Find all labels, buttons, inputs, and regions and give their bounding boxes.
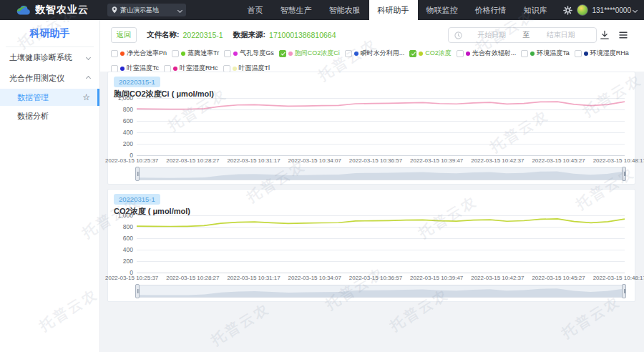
legend-label: 环境温度Ta — [537, 49, 570, 58]
x-axis-tick: 2022-03-15 10:48:17 — [593, 275, 644, 281]
legend-label: CO2浓度 — [425, 49, 452, 58]
x-axis-labels: 2022-03-15 10:25:372022-03-15 10:28:2720… — [105, 275, 644, 281]
x-axis-tick: 2022-03-15 10:36:57 — [349, 275, 402, 281]
checkbox-icon[interactable] — [457, 50, 464, 57]
checkbox-icon[interactable] — [345, 50, 352, 57]
series-color-dot — [181, 52, 185, 56]
datazoom-handle-right[interactable] — [622, 284, 626, 298]
legend-item[interactable]: 光合有效辐射... — [457, 49, 517, 58]
legend-label: 瞬时水分利用... — [361, 49, 405, 58]
x-axis-tick: 2022-03-15 10:42:37 — [471, 157, 524, 164]
chevron-down-icon — [86, 55, 91, 60]
app-logo: 数智农业云 — [16, 4, 89, 16]
date-separator: 至 — [522, 30, 532, 40]
x-axis-tick: 2022-03-15 10:39:47 — [410, 275, 463, 281]
checkbox-icon[interactable] — [224, 50, 231, 57]
checkbox-checked-icon[interactable] — [409, 50, 416, 57]
x-axis-tick: 2022-03-15 10:25:37 — [105, 275, 158, 281]
nav-tab-1[interactable]: 首页 — [239, 0, 272, 20]
series-color-dot — [466, 52, 470, 56]
y-axis-tick: 1,000 — [118, 94, 133, 102]
list-view-button[interactable] — [618, 30, 628, 40]
sidebar-group-soil-diagnosis[interactable]: 土壤健康诊断系统 — [0, 47, 99, 68]
legend-item[interactable]: 气孔导度Gs — [224, 49, 274, 58]
x-axis-tick: 2022-03-15 10:28:27 — [166, 157, 219, 164]
sidebar: 科研助手 土壤健康诊断系统 光合作用测定仪 数据管理 ☆ 数据分析 — [0, 20, 100, 352]
x-axis-tick: 2022-03-15 10:34:07 — [288, 157, 341, 164]
datazoom-shadow — [137, 285, 624, 297]
legend-item[interactable]: 蒸腾速率Tr — [172, 49, 219, 58]
sidebar-group-label: 光合作用测定仪 — [9, 73, 64, 84]
main-content: 返回 文件名称: 20220315-1 数据来源: 17100013868106… — [100, 20, 644, 352]
nav-tab-2[interactable]: 智慧生产 — [272, 0, 321, 20]
sidebar-title: 科研助手 — [0, 20, 99, 47]
file-name-value: 20220315-1 — [183, 31, 223, 39]
series-color-dot — [354, 52, 358, 56]
legend-item[interactable]: 瞬时水分利用... — [345, 49, 405, 58]
datazoom-handle-left[interactable] — [135, 284, 140, 298]
sidebar-group-photosynthesis-meter[interactable]: 光合作用测定仪 — [0, 68, 99, 89]
chart-card-cell-co2: 20220315-1 胞间CO2浓度Ci ( μmol/mol) 1,00080… — [107, 72, 635, 185]
checkbox-icon[interactable] — [111, 65, 118, 72]
date-range-picker[interactable]: 开始日期 至 结束日期 — [448, 27, 597, 43]
checkbox-icon[interactable] — [223, 65, 230, 72]
settings-button[interactable] — [563, 6, 572, 15]
user-menu-chevron-icon[interactable] — [633, 7, 638, 12]
y-axis-tick: 400 — [123, 246, 133, 253]
sidebar-item-data-analysis[interactable]: 数据分析 — [0, 106, 99, 127]
legend-item[interactable]: 胞间CO2浓度Ci — [279, 49, 340, 58]
datazoom-shadow — [137, 168, 624, 180]
checkbox-icon[interactable] — [172, 50, 179, 57]
y-axis-tick: 600 — [123, 235, 133, 242]
legend-item[interactable]: 环境温度Ta — [521, 49, 570, 58]
nav-tab-3[interactable]: 智能农服 — [321, 0, 369, 20]
checkbox-icon[interactable] — [575, 50, 582, 57]
location-value: 萧山演示基地 — [120, 6, 175, 15]
nav-tab-4[interactable]: 科研助手 — [369, 0, 418, 20]
checkbox-checked-icon[interactable] — [279, 50, 286, 57]
toolbar: 返回 文件名称: 20220315-1 数据来源: 17100013868106… — [111, 27, 637, 43]
nav-tab-5[interactable]: 物联监控 — [418, 0, 467, 20]
app-root: 数智农业云 萧山演示基地 首页智慧生产智能农服科研助手物联监控价格行情知识库 — [0, 0, 644, 352]
end-date-input[interactable]: 结束日期 — [532, 30, 591, 40]
data-source-value: 1710001386810664 — [269, 31, 336, 39]
location-pin-icon — [112, 6, 117, 14]
datazoom-slider[interactable] — [137, 285, 625, 298]
chevron-up-icon — [86, 76, 91, 81]
nav-tab-7[interactable]: 知识库 — [515, 0, 556, 20]
datazoom-handle-right[interactable] — [622, 167, 626, 181]
user-phone: 131****0000 — [592, 6, 632, 14]
main-nav: 首页智慧生产智能农服科研助手物联监控价格行情知识库 — [239, 0, 556, 20]
gear-icon — [563, 6, 572, 15]
legend-item[interactable]: CO2浓度 — [409, 49, 452, 58]
x-axis-tick: 2022-03-15 10:25:37 — [105, 157, 158, 164]
location-selector[interactable]: 萧山演示基地 — [107, 4, 186, 16]
legend-label: 净光合速率Pn — [127, 49, 167, 58]
checkbox-icon[interactable] — [111, 50, 118, 57]
sidebar-item-data-management[interactable]: 数据管理 ☆ — [0, 89, 99, 106]
legend-label: 胞间CO2浓度Ci — [295, 49, 340, 58]
star-icon[interactable]: ☆ — [82, 93, 90, 102]
app-title: 数智农业云 — [35, 4, 89, 16]
line-series — [137, 98, 625, 155]
series-color-dot — [288, 52, 293, 56]
x-axis-tick: 2022-03-15 10:39:47 — [410, 157, 463, 164]
checkbox-icon[interactable] — [521, 50, 528, 57]
x-axis-tick: 2022-03-15 10:42:37 — [471, 275, 524, 281]
legend-item[interactable]: 环境湿度RHa — [575, 49, 629, 58]
checkbox-icon[interactable] — [164, 65, 171, 72]
series-color-dot — [120, 67, 125, 71]
x-axis-tick: 2022-03-15 10:34:07 — [288, 275, 341, 281]
chart-card-co2: 20220315-1 CO2浓度 ( μmol/mol) 1,000800600… — [107, 189, 635, 302]
start-date-input[interactable]: 开始日期 — [462, 30, 522, 40]
datazoom-handle-left[interactable] — [135, 167, 140, 181]
chart-plot-area: 1,0008006004002000 — [137, 98, 625, 155]
series-color-dot — [233, 52, 238, 56]
download-button[interactable] — [600, 30, 610, 40]
nav-tab-6[interactable]: 价格行情 — [467, 0, 515, 20]
datazoom-slider[interactable] — [137, 167, 625, 180]
back-button[interactable]: 返回 — [111, 27, 137, 43]
series-color-dot — [120, 52, 125, 56]
legend-item[interactable]: 净光合速率Pn — [111, 49, 167, 58]
user-avatar[interactable] — [577, 4, 588, 16]
